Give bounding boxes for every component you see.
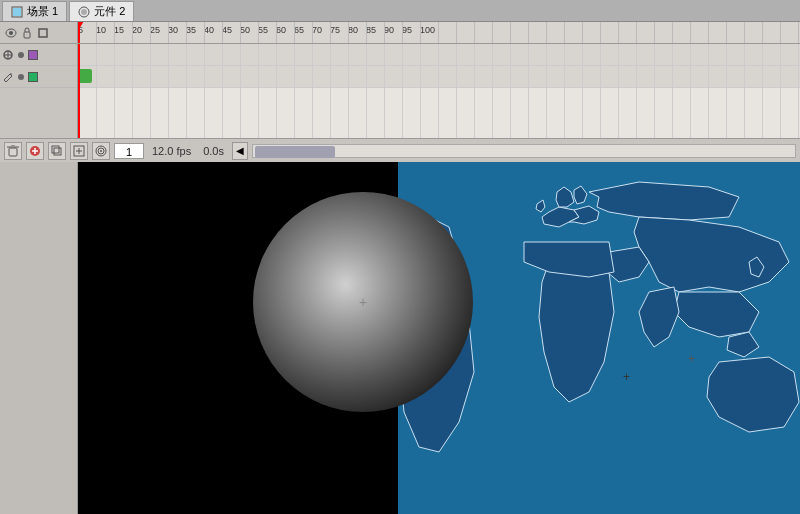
scroll-left-button[interactable]: ◀ (232, 142, 248, 160)
frame-row-2 (78, 66, 800, 88)
timeline-frames[interactable] (78, 44, 800, 138)
scene-tab-icon (11, 6, 23, 18)
onion-skin-button[interactable] (92, 142, 110, 160)
map-crosshair-1: + (623, 370, 630, 384)
timeline-scrollbar[interactable] (252, 144, 796, 158)
timeline-ruler: 5 10 15 20 25 30 35 40 45 50 55 60 (78, 22, 800, 43)
frame-row-1 (78, 44, 800, 66)
svg-rect-7 (39, 29, 47, 37)
plus-icon-2: + (688, 352, 695, 366)
stage-left-panel (0, 162, 78, 514)
layer-row-2[interactable] (0, 66, 77, 88)
tab-component[interactable]: 元件 2 (69, 1, 134, 21)
visibility-header-icon (4, 26, 18, 40)
layer1-color-box (28, 50, 38, 60)
layer2-bullet (18, 74, 24, 80)
svg-point-5 (9, 31, 13, 35)
tab-scene-label: 场景 1 (27, 4, 58, 19)
sphere-container: + (253, 192, 473, 412)
stage-canvas[interactable]: + + + (78, 162, 800, 514)
layer1-dot (2, 49, 14, 61)
sphere-shape (253, 192, 473, 412)
svg-rect-1 (13, 8, 21, 16)
layer2-color-box (28, 72, 38, 82)
add-keyframe-button[interactable] (26, 142, 44, 160)
duplicate-frame-button[interactable] (48, 142, 66, 160)
tab-bar: 场景 1 元件 2 (0, 0, 800, 22)
svg-rect-11 (9, 148, 17, 156)
empty-frame-area (78, 88, 800, 138)
layer2-pencil (2, 71, 14, 83)
keyframe-indicator (78, 69, 92, 83)
layer-row-1[interactable] (0, 44, 77, 66)
timeline-area: 5 10 15 20 25 30 35 40 45 50 55 60 (0, 22, 800, 162)
layer1-bullet (18, 52, 24, 58)
svg-rect-6 (24, 32, 30, 38)
frame-number-display: 1 (114, 143, 144, 159)
stage-area: + + + (0, 162, 800, 514)
svg-rect-17 (54, 148, 61, 155)
insert-frame-button[interactable] (70, 142, 88, 160)
plus-icon-1: + (623, 370, 630, 384)
scrollbar-thumb[interactable] (255, 146, 335, 158)
time-display: 0.0s (203, 145, 224, 157)
layer-header: 5 10 15 20 25 30 35 40 45 50 55 60 (0, 22, 800, 44)
tab-scene[interactable]: 场景 1 (2, 1, 67, 21)
lock-header-icon (20, 26, 34, 40)
tab-component-label: 元件 2 (94, 4, 125, 19)
layers-container (0, 44, 800, 138)
layer-controls-header (0, 22, 78, 43)
scroll-left-icon: ◀ (236, 145, 244, 156)
svg-point-3 (81, 9, 87, 15)
outline-header-icon (36, 26, 50, 40)
fps-label: fps (176, 145, 191, 157)
svg-rect-18 (52, 146, 59, 153)
fps-display: 12.0 fps (152, 145, 191, 157)
delete-layer-button[interactable] (4, 142, 22, 160)
bottom-controls: 1 12.0 fps 0.0s ◀ (0, 138, 800, 162)
stage-plus-marker: + (688, 352, 695, 366)
svg-point-24 (100, 150, 102, 152)
layers-list (0, 44, 78, 138)
component-tab-icon (78, 6, 90, 18)
fps-value: 12.0 (152, 145, 173, 157)
playhead-line (78, 44, 80, 138)
